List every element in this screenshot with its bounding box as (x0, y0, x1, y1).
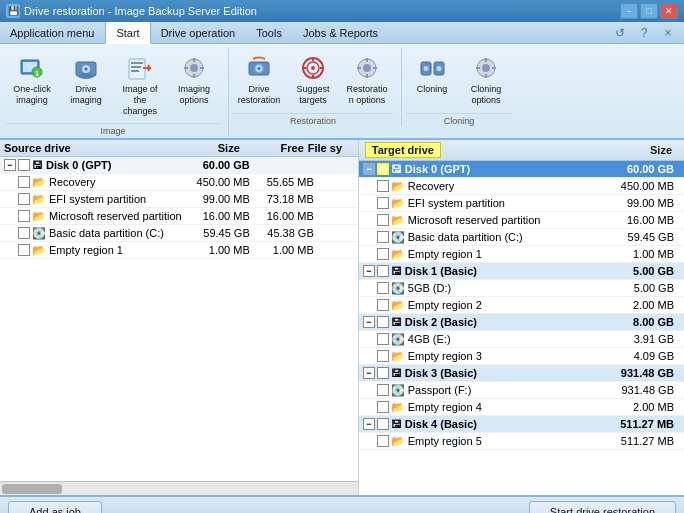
target-disk4-row[interactable]: − 🖫 Disk 4 (Basic) 511.27 MB (359, 416, 684, 433)
target-basicc-row[interactable]: 💽 Basic data partition (C:) 59.45 GB (359, 229, 684, 246)
drive-restoration-button[interactable]: Drive restoration (233, 48, 285, 110)
source-efi-size: 99.00 MB (182, 193, 254, 205)
target-passport-row[interactable]: 💽 Passport (F:) 931.48 GB (359, 382, 684, 399)
target-5gb-check[interactable] (377, 282, 389, 294)
target-pane-body[interactable]: − ✓ 🖫 Disk 0 (GPT) 60.00 GB 📂 Recovery 4… (359, 161, 684, 495)
target-disk3-expand[interactable]: − (363, 367, 375, 379)
source-msr-name: Microsoft reserved partition (49, 210, 182, 222)
svg-rect-10 (131, 66, 141, 68)
source-msr-row[interactable]: 📂 Microsoft reserved partition 16.00 MB … (0, 208, 358, 225)
source-recovery-row[interactable]: 📂 Recovery 450.00 MB 55.65 MB (0, 174, 358, 191)
target-basicc-check[interactable] (377, 231, 389, 243)
source-disk0-row[interactable]: − 🖫 Disk 0 (GPT) 60.00 GB (0, 157, 358, 174)
target-disk2-expand[interactable]: − (363, 316, 375, 328)
drive-imaging-icon (70, 52, 102, 84)
svg-point-13 (190, 64, 198, 72)
source-msr-size: 16.00 MB (182, 210, 254, 222)
target-empty2-row[interactable]: 📂 Empty region 2 2.00 MB (359, 297, 684, 314)
one-click-imaging-button[interactable]: 1 One-click imaging (6, 48, 58, 120)
target-recovery-check[interactable] (377, 180, 389, 192)
target-empty3-row[interactable]: 📂 Empty region 3 4.09 GB (359, 348, 684, 365)
source-col-size-header: Size (172, 142, 244, 154)
target-disk1-check[interactable] (377, 265, 389, 277)
imaging-options-label: Imaging options (171, 84, 217, 106)
menu-item-drive-op[interactable]: Drive operation (151, 22, 247, 43)
target-empty5-size: 511.27 MB (600, 435, 680, 447)
add-job-button[interactable]: Add as job (8, 501, 102, 513)
help-icon[interactable]: ? (634, 24, 654, 42)
svg-point-29 (363, 64, 371, 72)
suggest-targets-button[interactable]: Suggest targets (287, 48, 339, 110)
target-empty5-check[interactable] (377, 435, 389, 447)
source-hscrollbar[interactable] (0, 481, 358, 495)
source-msr-check[interactable] (18, 210, 30, 222)
menu-item-jobs[interactable]: Jobs & Reports (293, 22, 389, 43)
source-empty1-row[interactable]: 📂 Empty region 1 1.00 MB 1.00 MB (0, 242, 358, 259)
target-passport-check[interactable] (377, 384, 389, 396)
svg-rect-16 (184, 67, 188, 69)
target-empty1-name: Empty region 1 (408, 248, 600, 260)
target-4gbe-row[interactable]: 💽 4GB (E:) 3.91 GB (359, 331, 684, 348)
target-empty5-row[interactable]: 📂 Empty region 5 511.27 MB (359, 433, 684, 450)
target-disk4-expand[interactable]: − (363, 418, 375, 430)
target-msr-row[interactable]: 📂 Microsoft reserved partition 16.00 MB (359, 212, 684, 229)
target-efi-row[interactable]: 📂 EFI system partition 99.00 MB (359, 195, 684, 212)
target-disk1-row[interactable]: − 🖫 Disk 1 (Basic) 5.00 GB (359, 263, 684, 280)
target-5gb-row[interactable]: 💽 5GB (D:) 5.00 GB (359, 280, 684, 297)
target-empty4-check[interactable] (377, 401, 389, 413)
imaging-options-button[interactable]: Imaging options (168, 48, 220, 120)
cloning-options-button[interactable]: Cloning options (460, 48, 512, 110)
target-disk0-check[interactable]: ✓ (377, 163, 389, 175)
maximize-button[interactable]: □ (640, 3, 658, 19)
cloning-label: Cloning (417, 84, 448, 95)
target-empty1-check[interactable] (377, 248, 389, 260)
target-disk4-check[interactable] (377, 418, 389, 430)
source-disk0-check[interactable] (18, 159, 30, 171)
source-basicc-row[interactable]: 💽 Basic data partition (C:) 59.45 GB 45.… (0, 225, 358, 242)
source-pane-header: Source drive Size Free File sy (0, 140, 358, 157)
target-disk0-row[interactable]: − ✓ 🖫 Disk 0 (GPT) 60.00 GB (359, 161, 684, 178)
refresh-icon[interactable]: ↺ (610, 24, 630, 42)
target-empty1-row[interactable]: 📂 Empty region 1 1.00 MB (359, 246, 684, 263)
source-efi-row[interactable]: 📂 EFI system partition 99.00 MB 73.18 MB (0, 191, 358, 208)
drive-imaging-button[interactable]: Drive imaging (60, 48, 112, 120)
target-empty2-check[interactable] (377, 299, 389, 311)
source-disk0-expand[interactable]: − (4, 159, 16, 171)
target-recovery-row[interactable]: 📂 Recovery 450.00 MB (359, 178, 684, 195)
drive-restoration-icon (243, 52, 275, 84)
bottom-toolbar: Add as job Start drive restoration (0, 495, 684, 513)
menu-item-start[interactable]: Start (105, 22, 150, 44)
image-of-changes-icon (124, 52, 156, 84)
ribbon-group-image: 1 One-click imaging Drive imaging (6, 48, 229, 136)
close-button[interactable]: ✕ (660, 3, 678, 19)
close-icon[interactable]: × (658, 24, 678, 42)
target-empty4-row[interactable]: 📂 Empty region 4 2.00 MB (359, 399, 684, 416)
menu-item-tools[interactable]: Tools (246, 22, 293, 43)
target-disk0-expand[interactable]: − (363, 163, 375, 175)
minimize-button[interactable]: − (620, 3, 638, 19)
target-disk2-check[interactable] (377, 316, 389, 328)
restoration-options-button[interactable]: Restoration options (341, 48, 393, 110)
target-disk3-row[interactable]: − 🖫 Disk 3 (Basic) 931.48 GB (359, 365, 684, 382)
source-basicc-check[interactable] (18, 227, 30, 239)
cloning-button[interactable]: Cloning (406, 48, 458, 110)
source-efi-check[interactable] (18, 193, 30, 205)
image-of-changes-button[interactable]: Image of the changes (114, 48, 166, 120)
source-empty1-check[interactable] (18, 244, 30, 256)
source-empty1-free: 1.00 MB (254, 244, 314, 256)
target-disk2-row[interactable]: − 🖫 Disk 2 (Basic) 8.00 GB (359, 314, 684, 331)
source-pane-body[interactable]: − 🖫 Disk 0 (GPT) 60.00 GB 📂 Recovery 450… (0, 157, 358, 481)
target-5gb-size: 5.00 GB (600, 282, 680, 294)
source-recovery-check[interactable] (18, 176, 30, 188)
target-4gbe-check[interactable] (377, 333, 389, 345)
start-restoration-button[interactable]: Start drive restoration (529, 501, 676, 513)
target-empty3-check[interactable] (377, 350, 389, 362)
image-group-label: Image (6, 123, 220, 136)
target-disk3-check[interactable] (377, 367, 389, 379)
target-efi-check[interactable] (377, 197, 389, 209)
target-msr-check[interactable] (377, 214, 389, 226)
menu-item-app[interactable]: Application menu (0, 22, 105, 43)
source-hscroll-thumb[interactable] (2, 484, 62, 494)
target-disk1-expand[interactable]: − (363, 265, 375, 277)
source-recovery-name: Recovery (49, 176, 182, 188)
